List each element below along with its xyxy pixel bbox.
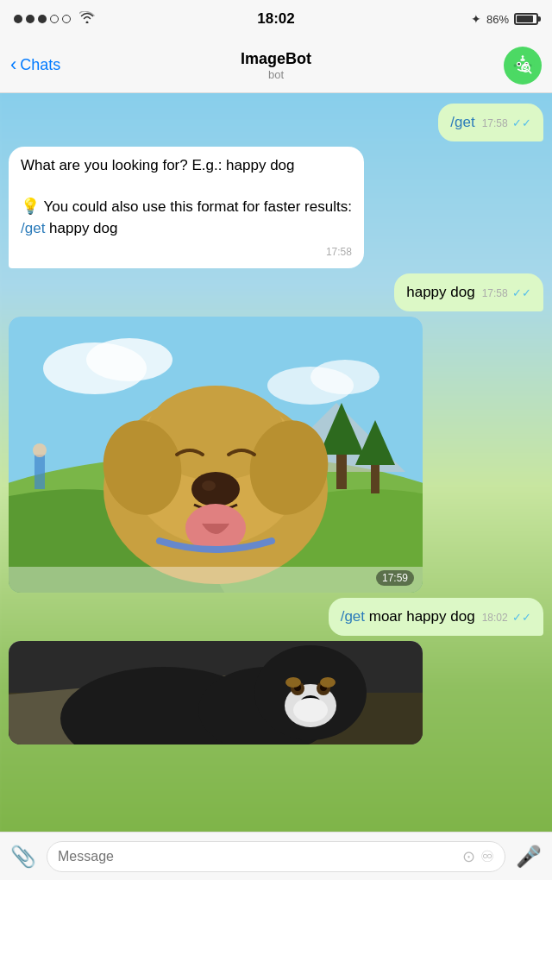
svg-point-52 [293, 698, 328, 722]
outgoing-bubble: /get moar happy dog 18:02 ✓✓ [329, 598, 543, 636]
svg-point-50 [285, 677, 301, 688]
status-time: 18:02 [257, 10, 294, 28]
sticker-icon[interactable]: ⊙ [462, 847, 475, 866]
dot-3 [38, 15, 47, 23]
battery-fill [517, 16, 533, 22]
message-time: 17:58 ✓✓ [482, 286, 531, 301]
svg-point-8 [514, 64, 518, 67]
message-text: moar happy dog [369, 608, 475, 625]
message-row: /get moar happy dog 18:02 ✓✓ [9, 598, 543, 636]
battery-area: ✦ 86% [471, 12, 538, 26]
lightbulb-icon: 💡 [21, 198, 40, 215]
svg-rect-5 [520, 59, 524, 61]
nav-title: ImageBot [241, 50, 311, 68]
svg-point-3 [518, 62, 520, 65]
dot-2 [26, 15, 34, 23]
image-time-overlay: 17:59 [376, 570, 414, 586]
nav-center: ImageBot bot [241, 50, 311, 81]
message-row: 17:59 [9, 317, 543, 593]
read-receipt: ✓✓ [512, 286, 531, 299]
partial-dog-photo-svg [9, 641, 423, 744]
chat-messages[interactable]: /get 17:58 ✓✓ What are you looking for? … [0, 93, 552, 832]
message-text: happy dog [406, 284, 474, 300]
status-bar: 18:02 ✦ 86% [0, 0, 552, 38]
get-command-inline: /get [21, 220, 45, 236]
read-receipt: ✓✓ [512, 116, 531, 129]
image-bubble[interactable]: 17:59 [9, 317, 423, 593]
outgoing-bubble: happy dog 17:58 ✓✓ [394, 273, 543, 311]
message-input-wrap[interactable]: ⊙ ♾ [47, 841, 505, 872]
bot-icon [511, 53, 535, 78]
message-time: 17:58 [326, 245, 352, 260]
svg-point-7 [522, 55, 524, 58]
back-label: Chats [20, 56, 60, 74]
back-chevron-icon: ‹ [10, 55, 16, 74]
svg-point-51 [320, 677, 336, 688]
incoming-bubble: What are you looking for? E.g.: happy do… [9, 147, 364, 268]
nav-subtitle: bot [241, 68, 311, 81]
back-button[interactable]: ‹ Chats [10, 56, 60, 74]
svg-point-35 [33, 443, 47, 457]
svg-rect-36 [9, 567, 423, 593]
svg-point-31 [191, 472, 240, 506]
dot-1 [14, 15, 22, 23]
signal-area [14, 11, 95, 27]
message-input[interactable] [58, 849, 462, 864]
image-bubble-partial[interactable] [9, 641, 423, 744]
get-command: /get [450, 114, 474, 130]
svg-rect-34 [34, 455, 45, 489]
read-receipt: ✓✓ [512, 611, 531, 624]
message-row [9, 641, 543, 744]
dog-image [9, 317, 423, 593]
attachment-icon[interactable]: ♾ [480, 847, 494, 866]
svg-point-32 [202, 481, 216, 491]
message-text: What are you looking for? E.g.: happy do… [21, 155, 352, 239]
dog-photo-svg [9, 317, 423, 593]
signal-dots [14, 15, 71, 23]
bot-avatar[interactable] [504, 47, 542, 85]
message-row: What are you looking for? E.g.: happy do… [9, 147, 543, 268]
input-bar: 📎 ⊙ ♾ 🎤 [0, 832, 552, 880]
emoji-icons: ⊙ ♾ [462, 847, 494, 866]
message-time: 18:02 ✓✓ [482, 610, 531, 625]
mic-button[interactable]: 🎤 [512, 841, 545, 872]
nav-right [504, 47, 542, 85]
chat-area: /get 17:58 ✓✓ What are you looking for? … [0, 93, 552, 880]
get-command: /get [341, 608, 365, 625]
partial-dog-image [9, 641, 423, 744]
svg-point-15 [86, 338, 172, 381]
wifi-icon [79, 11, 95, 27]
battery-percent: 86% [486, 13, 509, 26]
message-time: 17:58 ✓✓ [482, 116, 531, 131]
bluetooth-icon: ✦ [471, 12, 481, 26]
nav-bar: ‹ Chats ImageBot bot [0, 38, 552, 93]
attach-button[interactable]: 📎 [7, 841, 40, 872]
message-row: /get 17:58 ✓✓ [9, 104, 543, 141]
dot-4 [50, 15, 59, 23]
outgoing-bubble: /get 17:58 ✓✓ [438, 104, 543, 141]
dot-5 [62, 15, 71, 23]
svg-point-17 [310, 360, 380, 394]
message-row: happy dog 17:58 ✓✓ [9, 273, 543, 311]
battery-icon [514, 13, 538, 25]
